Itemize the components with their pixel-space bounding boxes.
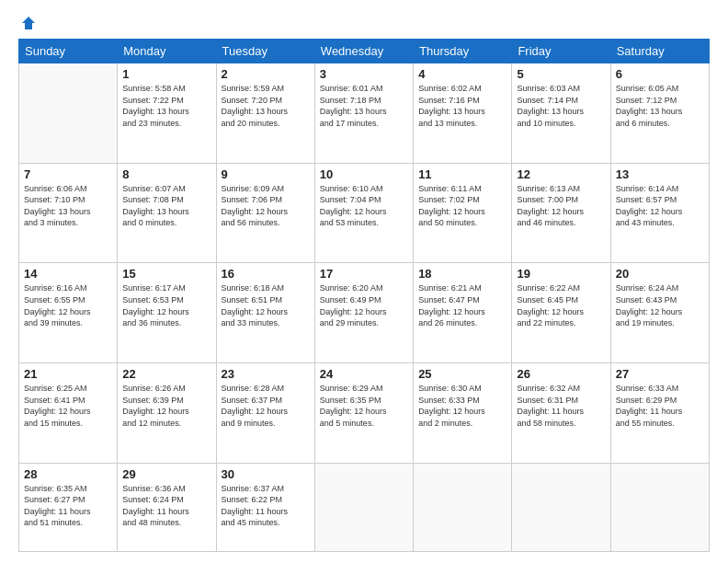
table-row: 19Sunrise: 6:22 AM Sunset: 6:45 PM Dayli… <box>512 263 610 363</box>
table-row: 28Sunrise: 6:35 AM Sunset: 6:27 PM Dayli… <box>19 463 118 551</box>
calendar-week-row: 7Sunrise: 6:06 AM Sunset: 7:10 PM Daylig… <box>19 163 710 263</box>
calendar-week-row: 1Sunrise: 5:58 AM Sunset: 7:22 PM Daylig… <box>19 63 710 164</box>
page: Sunday Monday Tuesday Wednesday Thursday… <box>0 0 728 563</box>
day-number: 12 <box>517 167 605 181</box>
day-number: 20 <box>616 267 704 281</box>
day-number: 4 <box>418 67 506 81</box>
day-info: Sunrise: 6:11 AM Sunset: 7:02 PM Dayligh… <box>418 183 506 229</box>
day-info: Sunrise: 6:13 AM Sunset: 7:00 PM Dayligh… <box>517 183 605 229</box>
day-info: Sunrise: 6:33 AM Sunset: 6:29 PM Dayligh… <box>616 383 704 429</box>
day-info: Sunrise: 5:59 AM Sunset: 7:20 PM Dayligh… <box>222 83 310 129</box>
day-number: 10 <box>320 167 408 181</box>
day-number: 14 <box>24 267 112 281</box>
table-row: 5Sunrise: 6:03 AM Sunset: 7:14 PM Daylig… <box>512 63 610 164</box>
day-number: 18 <box>418 267 506 281</box>
table-row: 6Sunrise: 6:05 AM Sunset: 7:12 PM Daylig… <box>610 63 709 164</box>
day-number: 8 <box>122 167 210 181</box>
day-number: 26 <box>517 367 605 381</box>
day-info: Sunrise: 6:18 AM Sunset: 6:51 PM Dayligh… <box>222 282 310 328</box>
day-info: Sunrise: 6:14 AM Sunset: 6:57 PM Dayligh… <box>616 183 704 229</box>
day-number: 11 <box>418 167 506 181</box>
table-row: 21Sunrise: 6:25 AM Sunset: 6:41 PM Dayli… <box>19 362 118 463</box>
day-number: 25 <box>418 367 506 381</box>
day-info: Sunrise: 6:22 AM Sunset: 6:45 PM Dayligh… <box>517 282 605 328</box>
calendar-week-row: 14Sunrise: 6:16 AM Sunset: 6:55 PM Dayli… <box>19 263 710 363</box>
table-row: 3Sunrise: 6:01 AM Sunset: 7:18 PM Daylig… <box>314 63 413 164</box>
day-number: 23 <box>222 367 310 381</box>
col-sunday: Sunday <box>19 40 118 63</box>
day-info: Sunrise: 6:09 AM Sunset: 7:06 PM Dayligh… <box>222 183 310 229</box>
day-number: 24 <box>320 367 408 381</box>
day-info: Sunrise: 6:30 AM Sunset: 6:33 PM Dayligh… <box>418 383 506 429</box>
table-row: 14Sunrise: 6:16 AM Sunset: 6:55 PM Dayli… <box>19 263 118 363</box>
day-number: 21 <box>24 367 112 381</box>
day-number: 1 <box>122 67 210 81</box>
day-info: Sunrise: 6:25 AM Sunset: 6:41 PM Dayligh… <box>24 383 112 429</box>
day-number: 3 <box>320 67 408 81</box>
table-row: 27Sunrise: 6:33 AM Sunset: 6:29 PM Dayli… <box>610 362 709 463</box>
day-info: Sunrise: 6:06 AM Sunset: 7:10 PM Dayligh… <box>24 183 112 229</box>
day-info: Sunrise: 6:28 AM Sunset: 6:37 PM Dayligh… <box>222 383 310 429</box>
calendar-week-row: 28Sunrise: 6:35 AM Sunset: 6:27 PM Dayli… <box>19 463 710 551</box>
table-row <box>314 463 413 551</box>
table-row: 22Sunrise: 6:26 AM Sunset: 6:39 PM Dayli… <box>118 362 216 463</box>
day-info: Sunrise: 6:07 AM Sunset: 7:08 PM Dayligh… <box>122 183 210 229</box>
day-number: 5 <box>517 67 605 81</box>
day-number: 6 <box>616 67 704 81</box>
day-number: 28 <box>24 467 112 481</box>
day-info: Sunrise: 6:29 AM Sunset: 6:35 PM Dayligh… <box>320 383 408 429</box>
table-row: 23Sunrise: 6:28 AM Sunset: 6:37 PM Dayli… <box>216 362 314 463</box>
table-row: 4Sunrise: 6:02 AM Sunset: 7:16 PM Daylig… <box>414 63 512 164</box>
table-row: 16Sunrise: 6:18 AM Sunset: 6:51 PM Dayli… <box>216 263 314 363</box>
table-row: 30Sunrise: 6:37 AM Sunset: 6:22 PM Dayli… <box>216 463 314 551</box>
table-row: 7Sunrise: 6:06 AM Sunset: 7:10 PM Daylig… <box>19 163 118 263</box>
calendar-table: Sunday Monday Tuesday Wednesday Thursday… <box>18 39 710 552</box>
day-number: 16 <box>222 267 310 281</box>
table-row <box>19 63 118 164</box>
day-info: Sunrise: 5:58 AM Sunset: 7:22 PM Dayligh… <box>122 83 210 129</box>
table-row: 1Sunrise: 5:58 AM Sunset: 7:22 PM Daylig… <box>118 63 216 164</box>
day-number: 7 <box>24 167 112 181</box>
day-info: Sunrise: 6:20 AM Sunset: 6:49 PM Dayligh… <box>320 282 408 328</box>
table-row: 10Sunrise: 6:10 AM Sunset: 7:04 PM Dayli… <box>314 163 413 263</box>
day-info: Sunrise: 6:01 AM Sunset: 7:18 PM Dayligh… <box>320 83 408 129</box>
col-tuesday: Tuesday <box>216 40 314 63</box>
day-number: 15 <box>122 267 210 281</box>
table-row: 24Sunrise: 6:29 AM Sunset: 6:35 PM Dayli… <box>314 362 413 463</box>
day-number: 13 <box>616 167 704 181</box>
table-row: 17Sunrise: 6:20 AM Sunset: 6:49 PM Dayli… <box>314 263 413 363</box>
table-row: 13Sunrise: 6:14 AM Sunset: 6:57 PM Dayli… <box>610 163 709 263</box>
day-info: Sunrise: 6:37 AM Sunset: 6:22 PM Dayligh… <box>222 483 310 529</box>
table-row: 29Sunrise: 6:36 AM Sunset: 6:24 PM Dayli… <box>118 463 216 551</box>
table-row: 18Sunrise: 6:21 AM Sunset: 6:47 PM Dayli… <box>414 263 512 363</box>
header <box>18 15 710 31</box>
table-row: 12Sunrise: 6:13 AM Sunset: 7:00 PM Dayli… <box>512 163 610 263</box>
day-info: Sunrise: 6:16 AM Sunset: 6:55 PM Dayligh… <box>24 282 112 328</box>
table-row: 2Sunrise: 5:59 AM Sunset: 7:20 PM Daylig… <box>216 63 314 164</box>
day-info: Sunrise: 6:36 AM Sunset: 6:24 PM Dayligh… <box>122 483 210 529</box>
table-row: 15Sunrise: 6:17 AM Sunset: 6:53 PM Dayli… <box>118 263 216 363</box>
day-info: Sunrise: 6:17 AM Sunset: 6:53 PM Dayligh… <box>122 282 210 328</box>
day-number: 27 <box>616 367 704 381</box>
day-number: 29 <box>122 467 210 481</box>
table-row <box>512 463 610 551</box>
day-number: 30 <box>222 467 310 481</box>
table-row: 26Sunrise: 6:32 AM Sunset: 6:31 PM Dayli… <box>512 362 610 463</box>
col-monday: Monday <box>118 40 216 63</box>
day-number: 2 <box>222 67 310 81</box>
day-info: Sunrise: 6:10 AM Sunset: 7:04 PM Dayligh… <box>320 183 408 229</box>
table-row: 20Sunrise: 6:24 AM Sunset: 6:43 PM Dayli… <box>610 263 709 363</box>
day-info: Sunrise: 6:26 AM Sunset: 6:39 PM Dayligh… <box>122 383 210 429</box>
day-info: Sunrise: 6:05 AM Sunset: 7:12 PM Dayligh… <box>616 83 704 129</box>
day-info: Sunrise: 6:02 AM Sunset: 7:16 PM Dayligh… <box>418 83 506 129</box>
day-info: Sunrise: 6:03 AM Sunset: 7:14 PM Dayligh… <box>517 83 605 129</box>
col-thursday: Thursday <box>414 40 512 63</box>
day-number: 22 <box>122 367 210 381</box>
day-info: Sunrise: 6:32 AM Sunset: 6:31 PM Dayligh… <box>517 383 605 429</box>
table-row: 11Sunrise: 6:11 AM Sunset: 7:02 PM Dayli… <box>414 163 512 263</box>
table-row: 9Sunrise: 6:09 AM Sunset: 7:06 PM Daylig… <box>216 163 314 263</box>
calendar-header-row: Sunday Monday Tuesday Wednesday Thursday… <box>19 40 710 63</box>
table-row <box>610 463 709 551</box>
table-row: 25Sunrise: 6:30 AM Sunset: 6:33 PM Dayli… <box>414 362 512 463</box>
logo <box>18 15 37 31</box>
